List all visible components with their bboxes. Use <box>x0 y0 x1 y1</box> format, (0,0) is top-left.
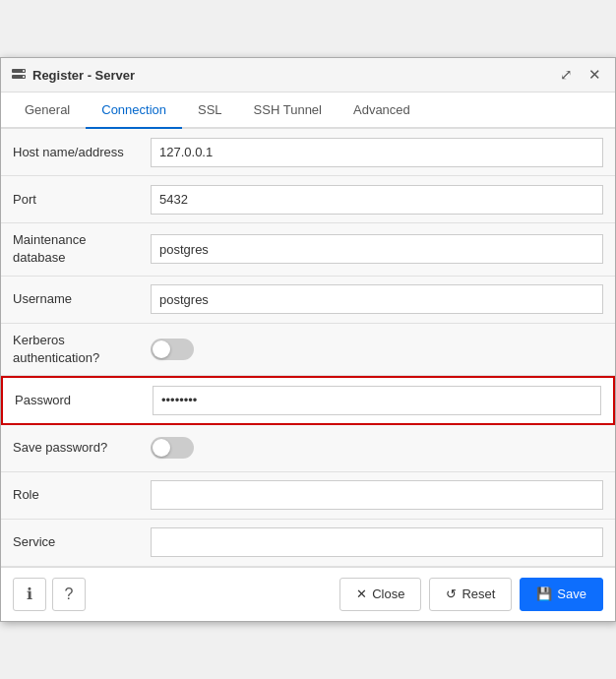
title-bar-left: Register - Server <box>11 67 135 83</box>
maintenance-db-label: Maintenance database <box>13 231 151 267</box>
reset-label: Reset <box>462 586 495 601</box>
kerberos-toggle[interactable] <box>151 339 194 360</box>
info-button[interactable]: ℹ <box>13 578 46 611</box>
close-icon: ✕ <box>356 586 367 601</box>
tab-general[interactable]: General <box>9 93 86 129</box>
server-icon <box>11 67 27 83</box>
reset-icon: ↺ <box>446 586 457 601</box>
reset-button[interactable]: ↺ Reset <box>429 578 512 611</box>
tab-ssl[interactable]: SSL <box>182 93 238 129</box>
save-label: Save <box>557 586 586 601</box>
kerberos-label: Kerberos authentication? <box>13 332 151 367</box>
close-dialog-button[interactable]: ✕ <box>585 64 605 86</box>
dialog: Register - Server ⤢ ✕ General Connection… <box>0 57 616 622</box>
save-button[interactable]: 💾 Save <box>520 578 603 611</box>
close-label: Close <box>372 586 404 601</box>
kerberos-row: Kerberos authentication? <box>1 324 615 376</box>
password-label: Password <box>15 392 153 409</box>
role-label: Role <box>13 486 151 504</box>
footer: ℹ ? ✕ Close ↺ Reset 💾 Save <box>1 567 615 621</box>
footer-left: ℹ ? <box>13 578 86 611</box>
footer-right: ✕ Close ↺ Reset 💾 Save <box>339 578 603 611</box>
info-icon: ℹ <box>27 585 32 603</box>
expand-button[interactable]: ⤢ <box>556 64 577 86</box>
save-password-toggle[interactable] <box>151 437 194 459</box>
svg-point-3 <box>23 76 25 78</box>
save-password-row: Save password? <box>1 425 615 472</box>
role-input[interactable] <box>151 480 603 510</box>
help-icon: ? <box>65 586 74 603</box>
tab-connection[interactable]: Connection <box>86 93 182 129</box>
service-input[interactable] <box>151 527 603 557</box>
service-label: Service <box>13 533 151 551</box>
hostname-label: Host name/address <box>13 144 151 161</box>
save-icon: 💾 <box>536 586 552 601</box>
username-input[interactable] <box>151 284 603 314</box>
username-row: Username <box>1 277 615 324</box>
tabs: General Connection SSL SSH Tunnel Advanc… <box>1 93 615 129</box>
title-bar: Register - Server ⤢ ✕ <box>1 58 615 93</box>
maintenance-db-input[interactable] <box>151 234 603 264</box>
form-body: Host name/address Port Maintenance datab… <box>1 129 615 567</box>
password-input[interactable] <box>153 386 601 415</box>
port-label: Port <box>13 191 151 209</box>
password-row: Password <box>1 376 615 425</box>
hostname-input[interactable] <box>151 138 603 167</box>
tab-ssh-tunnel[interactable]: SSH Tunnel <box>238 93 338 129</box>
save-password-label: Save password? <box>13 439 151 457</box>
role-row: Role <box>1 472 615 520</box>
maintenance-db-row: Maintenance database <box>1 223 615 276</box>
title-bar-right: ⤢ ✕ <box>556 64 605 86</box>
dialog-title: Register - Server <box>32 68 135 83</box>
port-row: Port <box>1 176 615 223</box>
svg-point-2 <box>23 70 25 72</box>
service-row: Service <box>1 520 615 567</box>
username-label: Username <box>13 290 151 308</box>
port-input[interactable] <box>151 185 603 215</box>
tab-advanced[interactable]: Advanced <box>338 93 426 129</box>
hostname-row: Host name/address <box>1 129 615 176</box>
help-button[interactable]: ? <box>52 578 86 611</box>
close-button[interactable]: ✕ Close <box>339 578 421 611</box>
